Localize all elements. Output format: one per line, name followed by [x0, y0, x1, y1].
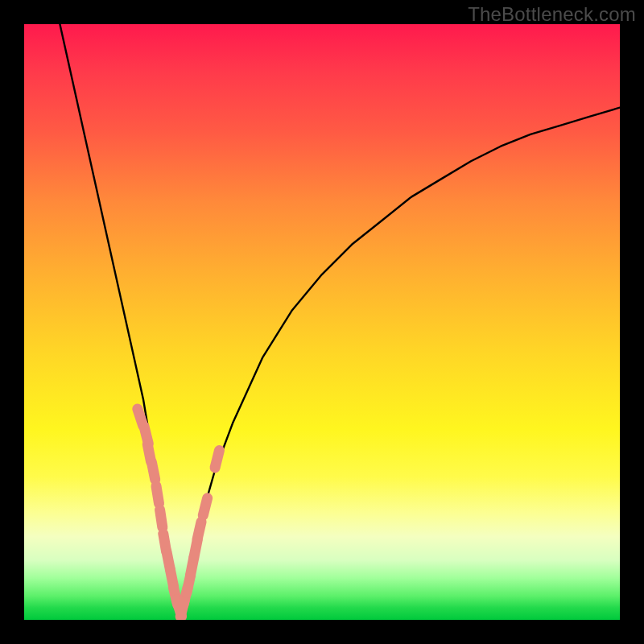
- data-marker: [151, 462, 155, 480]
- data-marker: [215, 451, 219, 468]
- curve-right-arm: [179, 108, 620, 614]
- data-marker: [203, 498, 207, 515]
- marker-layer: [138, 409, 220, 617]
- watermark-text: TheBottleneck.com: [468, 3, 636, 26]
- chart-svg: [24, 24, 620, 620]
- data-marker: [160, 510, 163, 527]
- data-marker: [197, 522, 201, 539]
- chart-frame: TheBottleneck.com: [0, 0, 644, 644]
- data-marker: [156, 486, 159, 504]
- plot-area: [24, 24, 620, 620]
- curve-layer: [60, 24, 620, 614]
